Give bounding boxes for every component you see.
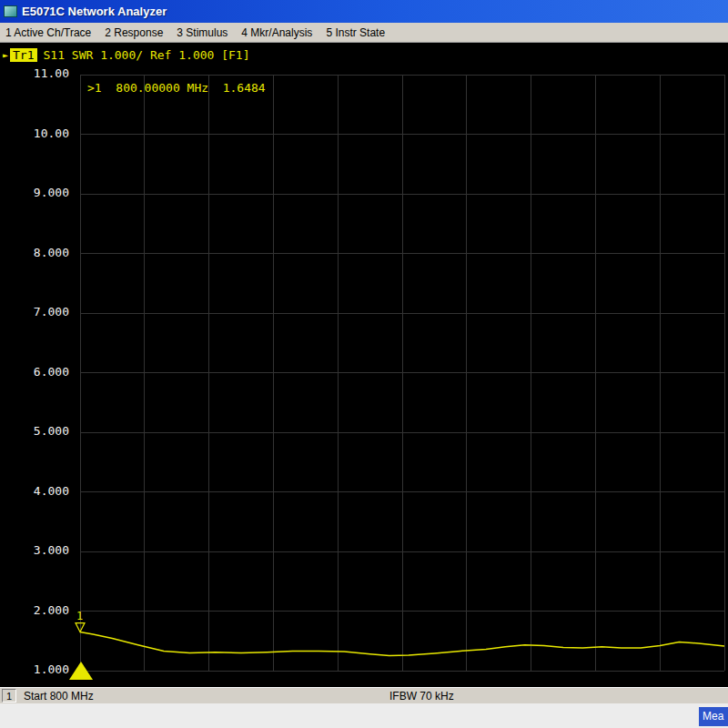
y-axis-tick-label: 7.000	[0, 305, 75, 319]
y-axis-labels: 11.0010.009.0008.0007.0006.0005.0004.000…	[0, 43, 80, 687]
meas-button[interactable]: Mea	[699, 707, 728, 726]
display-area: ► Tr1 S11 SWR 1.000/ Ref 1.000 [F1] 11.0…	[0, 43, 728, 687]
menu-item[interactable]: 5 Instr State	[326, 26, 385, 39]
channel-number: 1	[2, 689, 16, 703]
sweep-start-label: Start 800 MHz	[24, 690, 94, 703]
menu-item[interactable]: 3 Stimulus	[177, 26, 228, 39]
plot-area: 1 >1 800.00000 MHz 1.6484	[80, 75, 724, 671]
y-axis-tick-label: 1.000	[0, 662, 75, 677]
menu-item[interactable]: 2 Response	[105, 26, 163, 39]
menu-item[interactable]: 4 Mkr/Analysis	[241, 26, 312, 39]
y-axis-tick-label: 9.000	[0, 186, 75, 200]
status-bar: 1 Start 800 MHz IFBW 70 kHz	[0, 687, 728, 703]
analyzer-screen: E5071C Network Analyzer 1 Active Ch/Trac…	[0, 0, 728, 728]
menu-bar: 1 Active Ch/Trace2 Response3 Stimulus4 M…	[0, 23, 728, 43]
trace-status-line: ► Tr1 S11 SWR 1.000/ Ref 1.000 [F1]	[3, 48, 250, 62]
y-axis-tick-label: 6.000	[0, 365, 75, 379]
y-axis-tick-label: 5.000	[0, 424, 75, 439]
app-icon	[4, 5, 17, 17]
y-axis-tick-label: 10.00	[0, 126, 75, 141]
window-title: E5071C Network Analyzer	[22, 5, 167, 18]
y-axis-tick-label: 3.000	[0, 543, 75, 558]
swr-trace-chart: 1	[80, 75, 724, 671]
sweep-position-indicator-icon	[69, 662, 93, 680]
y-axis-tick-label: 11.00	[0, 66, 75, 81]
trace-format-readout: S11 SWR 1.000/ Ref 1.000 [F1]	[44, 48, 250, 62]
y-axis-tick-label: 8.000	[0, 246, 75, 260]
active-trace-arrow-icon: ►	[3, 50, 8, 60]
y-axis-tick-label: 2.000	[0, 603, 75, 618]
title-bar: E5071C Network Analyzer	[0, 0, 728, 23]
trace-label[interactable]: Tr1	[10, 48, 36, 62]
marker-readout: >1 800.00000 MHz 1.6484	[87, 81, 266, 95]
ifbw-label: IFBW 70 kHz	[389, 690, 454, 703]
bottom-strip: Mea	[0, 703, 728, 728]
marker-1-number: 1	[76, 610, 83, 622]
y-axis-tick-label: 4.000	[0, 484, 75, 499]
menu-item[interactable]: 1 Active Ch/Trace	[5, 26, 91, 39]
